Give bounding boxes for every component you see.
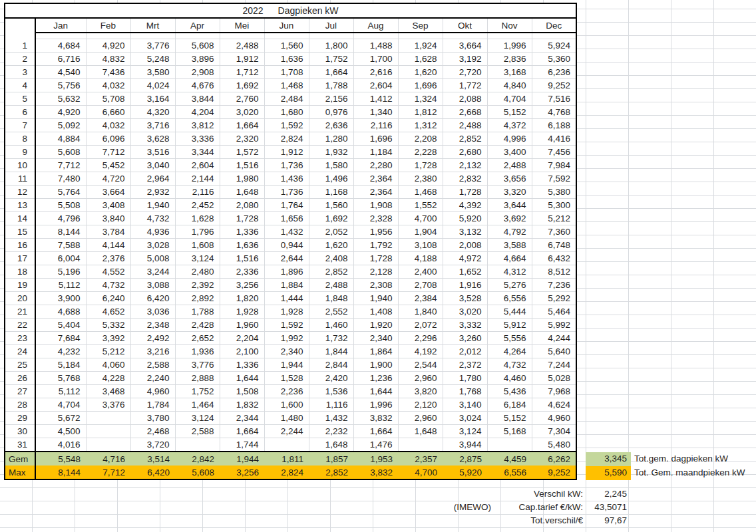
value-cell[interactable]: 3,720 xyxy=(130,438,175,452)
value-cell[interactable]: 1,648 xyxy=(309,438,353,452)
value-cell[interactable]: 2,280 xyxy=(353,159,398,172)
value-cell[interactable]: 1,788 xyxy=(175,305,220,319)
value-cell[interactable]: 6,748 xyxy=(532,239,576,252)
value-cell[interactable]: 1,800 xyxy=(309,39,353,53)
value-cell[interactable]: 1,648 xyxy=(220,186,264,199)
value-cell[interactable]: 1,600 xyxy=(264,398,309,412)
value-cell[interactable]: 3,320 xyxy=(487,186,532,199)
value-cell[interactable]: 1,788 xyxy=(309,79,353,92)
value-cell[interactable] xyxy=(86,438,130,452)
value-cell[interactable]: 4,552 xyxy=(86,265,130,279)
value-cell[interactable]: 3,336 xyxy=(175,132,220,146)
value-cell[interactable]: 4,204 xyxy=(175,106,220,119)
day-label[interactable]: 9 xyxy=(5,146,35,159)
value-cell[interactable]: 2,832 xyxy=(443,172,487,186)
max-value-cell[interactable]: 4,700 xyxy=(398,466,443,479)
value-cell[interactable]: 3,656 xyxy=(487,172,532,186)
value-cell[interactable]: 2,488 xyxy=(309,279,353,292)
value-cell[interactable]: 2,908 xyxy=(175,66,220,79)
value-cell[interactable]: 1,864 xyxy=(353,345,398,358)
max-value-cell[interactable]: 2,824 xyxy=(264,466,309,479)
value-cell[interactable]: 3,192 xyxy=(443,53,487,66)
value-cell[interactable]: 1,680 xyxy=(264,106,309,119)
value-cell[interactable]: 4,684 xyxy=(35,39,86,53)
month-header[interactable]: Nov xyxy=(487,18,532,33)
value-cell[interactable]: 3,840 xyxy=(86,212,130,225)
value-cell[interactable]: 4,732 xyxy=(487,358,532,372)
value-cell[interactable]: 2,680 xyxy=(443,146,487,159)
value-cell[interactable]: 3,088 xyxy=(130,279,175,292)
tot-verschil-label[interactable]: Tot.verschil/€ xyxy=(494,514,583,527)
value-cell[interactable]: 2,636 xyxy=(309,119,353,132)
value-cell[interactable]: 1,648 xyxy=(398,425,443,438)
value-cell[interactable]: 4,768 xyxy=(532,106,576,119)
value-cell[interactable]: 4,372 xyxy=(487,119,532,132)
value-cell[interactable]: 3,244 xyxy=(130,265,175,279)
value-cell[interactable]: 2,420 xyxy=(309,372,353,385)
max-value-cell[interactable]: 9,252 xyxy=(532,466,576,479)
value-cell[interactable]: 7,244 xyxy=(532,358,576,372)
value-cell[interactable]: 8,144 xyxy=(35,225,86,239)
value-cell[interactable]: 4,832 xyxy=(86,53,130,66)
value-cell[interactable]: 1,636 xyxy=(220,239,264,252)
value-cell[interactable]: 3,344 xyxy=(175,146,220,159)
value-cell[interactable]: 7,712 xyxy=(35,159,86,172)
gem-value-cell[interactable]: 3,514 xyxy=(130,452,175,466)
value-cell[interactable]: 4,024 xyxy=(130,79,175,92)
value-cell[interactable]: 1,728 xyxy=(353,252,398,265)
tot-gem-dagpieken-value[interactable]: 3,345 xyxy=(586,452,631,466)
value-cell[interactable]: 2,232 xyxy=(309,425,353,438)
day-label[interactable]: 29 xyxy=(5,412,35,425)
value-cell[interactable]: 5,404 xyxy=(35,319,86,332)
value-cell[interactable] xyxy=(264,438,309,452)
value-cell[interactable]: 1,700 xyxy=(353,53,398,66)
day-label[interactable]: 5 xyxy=(5,92,35,106)
value-cell[interactable]: 5,112 xyxy=(35,385,86,398)
month-header[interactable]: Dec xyxy=(532,18,576,33)
value-cell[interactable]: 3,024 xyxy=(443,412,487,425)
value-cell[interactable]: 1,488 xyxy=(353,39,398,53)
value-cell[interactable]: 2,892 xyxy=(175,292,220,305)
value-cell[interactable]: 2,480 xyxy=(175,265,220,279)
max-value-cell[interactable]: 5,608 xyxy=(175,466,220,479)
value-cell[interactable]: 1,184 xyxy=(353,146,398,159)
value-cell[interactable]: 1,536 xyxy=(309,385,353,398)
value-cell[interactable]: 1,480 xyxy=(264,412,309,425)
value-cell[interactable]: 2,824 xyxy=(264,132,309,146)
value-cell[interactable]: 7,592 xyxy=(532,172,576,186)
gem-value-cell[interactable]: 1,953 xyxy=(353,452,398,466)
value-cell[interactable]: 1,900 xyxy=(353,358,398,372)
value-cell[interactable]: 3,820 xyxy=(398,385,443,398)
value-cell[interactable]: 4,232 xyxy=(35,345,86,358)
value-cell[interactable]: 1,728 xyxy=(443,186,487,199)
value-cell[interactable]: 3,528 xyxy=(443,292,487,305)
value-cell[interactable]: 1,708 xyxy=(264,66,309,79)
value-cell[interactable]: 4,500 xyxy=(35,425,86,438)
value-cell[interactable]: 7,516 xyxy=(532,92,576,106)
month-header[interactable]: Feb xyxy=(86,18,130,33)
value-cell[interactable]: 3,216 xyxy=(130,345,175,358)
value-cell[interactable]: 5,168 xyxy=(487,425,532,438)
value-cell[interactable]: 1,736 xyxy=(264,159,309,172)
value-cell[interactable]: 2,488 xyxy=(443,119,487,132)
value-cell[interactable]: 2,128 xyxy=(353,265,398,279)
value-cell[interactable]: 1,996 xyxy=(487,39,532,53)
value-cell[interactable]: 1,696 xyxy=(398,79,443,92)
value-cell[interactable]: 4,032 xyxy=(86,119,130,132)
value-cell[interactable]: 1,560 xyxy=(309,199,353,212)
value-cell[interactable]: 2,544 xyxy=(398,358,443,372)
cap-tarief-label[interactable]: Cap.tarief €/kW: xyxy=(494,501,583,514)
max-value-cell[interactable]: 6,556 xyxy=(487,466,532,479)
value-cell[interactable]: 3,832 xyxy=(353,412,398,425)
value-cell[interactable]: 4,732 xyxy=(130,212,175,225)
value-cell[interactable]: 1,664 xyxy=(353,425,398,438)
value-cell[interactable]: 4,840 xyxy=(487,79,532,92)
value-cell[interactable]: 1,904 xyxy=(398,225,443,239)
value-cell[interactable]: 1,960 xyxy=(220,319,264,332)
value-cell[interactable]: 2,144 xyxy=(175,172,220,186)
value-cell[interactable]: 1,460 xyxy=(309,319,353,332)
max-value-cell[interactable]: 8,144 xyxy=(35,466,86,479)
value-cell[interactable]: 3,644 xyxy=(487,199,532,212)
value-cell[interactable]: 1,552 xyxy=(398,199,443,212)
value-cell[interactable]: 2,012 xyxy=(443,345,487,358)
